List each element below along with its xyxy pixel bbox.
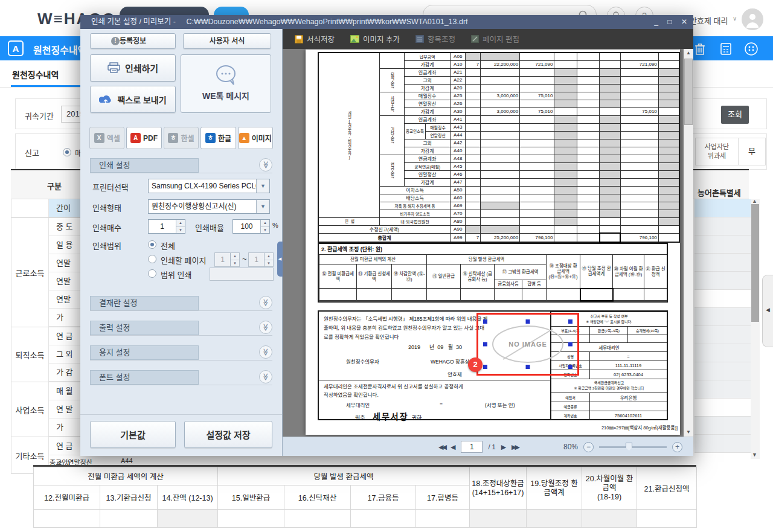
main-table-scrollbar[interactable]: ▲ [751, 199, 760, 459]
table-cell [520, 210, 554, 217]
preview-viewport[interactable]: 개인(거주자·비거주자)납부금액A06가감계A10722,200,000721,… [283, 49, 684, 437]
apps-menu-icon[interactable] [744, 42, 759, 56]
calculator-icon[interactable] [719, 42, 733, 56]
spinner-arrows[interactable]: ▲▼ [260, 220, 269, 233]
tab-withholding-detail[interactable]: 원천징수내역 [12, 68, 59, 80]
resize-handle[interactable] [483, 319, 487, 324]
table-row[interactable] [694, 199, 751, 217]
expand-icon[interactable]: ≫ [259, 345, 272, 359]
user-name[interactable]: 안효제 대리 [690, 14, 728, 26]
resize-handle[interactable] [568, 365, 573, 369]
table-row[interactable] [694, 236, 751, 254]
monthly-radio[interactable] [63, 148, 71, 156]
minimize-button[interactable]: _ [654, 18, 658, 26]
close-button[interactable]: ✕ [681, 18, 687, 26]
table-row[interactable] [694, 344, 751, 362]
collapse-icon[interactable]: ≪ [259, 158, 272, 171]
send-fax-button[interactable]: 팩스로 보내기 [90, 86, 176, 113]
table-row[interactable] [694, 254, 751, 272]
tilde: ~ [242, 254, 247, 263]
table-row[interactable] [694, 272, 751, 290]
add-image-button[interactable]: 이미지 추가 [350, 33, 400, 45]
table-row[interactable] [694, 308, 751, 326]
table-row[interactable] [694, 417, 751, 435]
print-form-label: 인쇄형태 [92, 202, 121, 213]
spinner-arrows[interactable]: ▲▼ [264, 253, 273, 266]
scroll-up-icon[interactable]: ▲ [684, 49, 693, 57]
resize-handle[interactable] [526, 319, 530, 324]
last-page-icon[interactable]: ▶▶ [512, 443, 518, 451]
prev-page-icon[interactable]: ◀ [451, 443, 455, 451]
page-number-input[interactable]: 1 [461, 441, 483, 453]
panel-collapse-handle[interactable]: ◀ [277, 242, 283, 277]
expand-icon[interactable]: ≫ [259, 370, 272, 383]
zoom-in-icon[interactable]: + [672, 442, 682, 452]
table-row[interactable] [694, 362, 751, 380]
default-values-button[interactable]: 기본값 [90, 421, 176, 448]
zoom-out-icon[interactable]: − [583, 442, 594, 452]
search-button[interactable]: 조회 [721, 106, 749, 124]
scroll-down-icon[interactable]: ▼ [684, 428, 693, 437]
export-image-button[interactable]: ▲이미지 [238, 127, 273, 149]
wetalk-message-button[interactable]: WE톡 메시지 [181, 54, 271, 113]
range-pages-radio[interactable] [148, 255, 156, 263]
print-form-select[interactable]: 원천징수이행상황신고서(신) ▼ [148, 199, 270, 214]
registration-info-button[interactable]: ! 등록정보 [90, 33, 176, 49]
user-format-button[interactable]: 사용자 서식 [183, 33, 271, 49]
zoom-slider-thumb[interactable] [626, 443, 632, 451]
first-page-icon[interactable]: ◀◀ [438, 443, 445, 451]
resize-handle[interactable] [483, 342, 487, 347]
scrollbar-thumb[interactable] [684, 59, 693, 125]
next-page-icon[interactable]: ▶ [501, 443, 506, 451]
scale-stepper[interactable]: 100 ▲▼ [233, 219, 270, 234]
table-cell: A41 [451, 115, 466, 123]
table-cell [658, 233, 679, 242]
resize-handle[interactable] [526, 365, 530, 369]
save-format-button[interactable]: 서식저장 [295, 33, 335, 45]
scroll-up-icon[interactable]: ▲ [752, 198, 757, 204]
range-all-radio[interactable] [148, 240, 156, 249]
table-cell [554, 107, 577, 115]
trash-icon[interactable] [693, 42, 707, 56]
avatar[interactable] [742, 8, 763, 30]
maximize-button[interactable]: □ [667, 18, 672, 26]
adjust-items-button[interactable]: 항목조정 [415, 33, 455, 45]
page-from-stepper[interactable]: 1 ▲▼ [214, 252, 240, 267]
table-row[interactable] [694, 217, 751, 236]
spinner-arrows[interactable]: ▲▼ [176, 220, 185, 233]
preview-scrollbar[interactable]: ▲ ▼ [684, 49, 693, 437]
edit-page-button[interactable]: 페이지 편집 [471, 33, 519, 45]
expand-icon[interactable]: ≫ [259, 296, 272, 309]
export-pdf-button[interactable]: APDF [126, 127, 161, 149]
export-hwp-button[interactable]: ㅎ한글 [200, 127, 236, 149]
print-settings-panel: ! 등록정보 사용자 서식 인쇄하기 [80, 29, 283, 456]
spinner-arrows[interactable]: ▲▼ [230, 253, 239, 266]
range-custom-radio[interactable] [148, 269, 156, 278]
range-custom-input[interactable] [210, 268, 274, 281]
table-row[interactable] [694, 326, 751, 344]
export-hancell-button[interactable]: ㅎ한셀 [164, 127, 199, 149]
dropdown-arrow-icon: ▼ [256, 179, 269, 193]
resize-handle[interactable] [483, 365, 487, 369]
copies-stepper[interactable]: 1 ▲▼ [148, 219, 185, 234]
resize-handle[interactable] [568, 319, 573, 324]
resize-handle[interactable] [568, 342, 573, 347]
print-button[interactable]: 인쇄하기 [90, 54, 176, 82]
page-to-stepper[interactable]: 1 ▲▼ [248, 252, 274, 267]
dialog-titlebar[interactable]: 인쇄 기본 설정 / 미리보기 - C:₩₩Douzone₩₩Wehago₩₩W… [80, 15, 693, 29]
table-row[interactable] [694, 435, 751, 453]
stamp-image-placeholder[interactable]: NO IMAGE 2 [476, 313, 579, 376]
zoom-slider[interactable] [599, 446, 667, 448]
scroll-down-icon[interactable]: ▼ [752, 452, 757, 458]
expand-icon[interactable]: ≫ [259, 321, 272, 334]
export-excel-button[interactable]: X엑셀 [89, 127, 124, 149]
save-settings-button[interactable]: 설정값 저장 [184, 421, 272, 448]
table-cell [481, 147, 520, 155]
table-cell [554, 170, 577, 178]
scrollbar-thumb[interactable] [751, 204, 759, 322]
table-row[interactable] [694, 380, 751, 399]
side-panel-toggle[interactable]: ◀ [762, 275, 773, 347]
table-row[interactable] [694, 399, 751, 417]
table-row[interactable] [694, 290, 751, 308]
printer-select[interactable]: Samsung CLX-4190 Series PCL6 ▼ [148, 179, 270, 193]
